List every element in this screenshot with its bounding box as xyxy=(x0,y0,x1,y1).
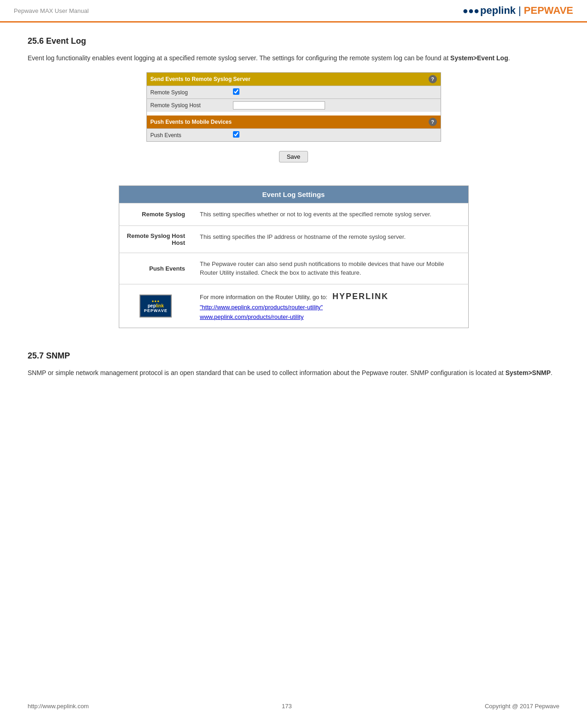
config-form-table: Send Events to Remote Syslog Server ? Re… xyxy=(146,72,441,142)
push-events-checkbox[interactable] xyxy=(233,131,239,138)
logo-info-desc: For more information on the Router Utili… xyxy=(192,284,468,328)
page-header: Pepwave MAX User Manual ●●● peplink | PE… xyxy=(0,0,587,23)
section1-title: Send Events to Remote Syslog Server xyxy=(151,76,250,82)
page-footer: http://www.peplink.com 173 Copyright @ 2… xyxy=(0,703,587,710)
section-25-6-heading: 25.6 Event Log xyxy=(28,36,559,46)
settings-title-row: Event Log Settings xyxy=(119,186,468,203)
remote-syslog-row: Remote Syslog xyxy=(146,86,441,99)
footer-copyright: Copyright @ 2017 Pepwave xyxy=(485,703,559,710)
logo: ●●● peplink | PEPWAVE xyxy=(463,5,573,17)
setting-row-remote-syslog: Remote Syslog This setting specifies whe… xyxy=(119,203,468,226)
remote-syslog-host-cell xyxy=(229,99,441,112)
mini-logo-cell: ●●● peplink PEPWAVE xyxy=(119,284,192,328)
setting-label-remote-syslog: Remote Syslog xyxy=(119,203,192,226)
setting-desc-remote-syslog: This setting specifies whether or not to… xyxy=(192,203,468,226)
hyperlink-label: HYPERLINK xyxy=(332,292,389,301)
logo-info-row: ●●● peplink PEPWAVE For more information… xyxy=(119,284,468,328)
setting-row-remote-syslog-host: Remote Syslog Host Host This setting spe… xyxy=(119,225,468,253)
push-events-checkbox-cell[interactable] xyxy=(229,129,441,142)
section2-help-icon[interactable]: ? xyxy=(429,118,437,126)
remote-syslog-host-input[interactable] xyxy=(233,101,325,110)
section-25-7-intro: SNMP or simple network management protoc… xyxy=(28,368,559,378)
main-content: 25.6 Event Log Event log functionality e… xyxy=(0,23,587,401)
setting-label-remote-syslog-host: Remote Syslog Host Host xyxy=(119,225,192,253)
router-utility-link2[interactable]: www.peplink.com/products/router-utility xyxy=(200,313,303,320)
event-log-settings-table: Event Log Settings Remote Syslog This se… xyxy=(119,185,469,328)
section2-title: Push Events to Mobile Devices xyxy=(151,119,232,125)
save-button[interactable]: Save xyxy=(279,151,308,162)
remote-syslog-checkbox[interactable] xyxy=(233,88,239,95)
push-events-row: Push Events xyxy=(146,129,441,142)
push-events-label: Push Events xyxy=(146,129,229,142)
setting-label-push-events: Push Events xyxy=(119,253,192,284)
setting-row-push-events: Push Events The Pepwave router can also … xyxy=(119,253,468,284)
logo-peplink-text: peplink xyxy=(480,5,516,17)
manual-title: Pepwave MAX User Manual xyxy=(14,7,89,14)
remote-syslog-label: Remote Syslog xyxy=(146,86,229,99)
remote-syslog-checkbox-cell[interactable] xyxy=(229,86,441,99)
logo-dots-icon: ●●● xyxy=(463,6,479,16)
footer-url: http://www.peplink.com xyxy=(28,703,89,710)
setting-desc-remote-syslog-host: This setting specifies the IP address or… xyxy=(192,225,468,253)
setting-desc-push-events: The Pepwave router can also send push no… xyxy=(192,253,468,284)
logo-pepwave-text: PEPWAVE xyxy=(524,5,573,17)
section-25-6-intro: Event log functionality enables event lo… xyxy=(28,53,559,63)
section-25-7-heading: 25.7 SNMP xyxy=(28,351,559,361)
save-btn-container: Save xyxy=(28,151,559,162)
remote-syslog-host-row: Remote Syslog Host xyxy=(146,99,441,112)
mini-pepwave-logo: ●●● peplink PEPWAVE xyxy=(139,295,172,318)
remote-syslog-host-label: Remote Syslog Host xyxy=(146,99,229,112)
section1-help-icon[interactable]: ? xyxy=(429,75,437,83)
logo-divider-icon: | xyxy=(518,5,521,17)
section2-header-row: Push Events to Mobile Devices ? xyxy=(146,116,441,129)
footer-page: 173 xyxy=(282,703,292,710)
section1-header-row: Send Events to Remote Syslog Server ? xyxy=(146,73,441,86)
settings-title: Event Log Settings xyxy=(119,186,468,203)
router-utility-link1[interactable]: "http://www.peplink.com/products/router-… xyxy=(200,304,323,311)
